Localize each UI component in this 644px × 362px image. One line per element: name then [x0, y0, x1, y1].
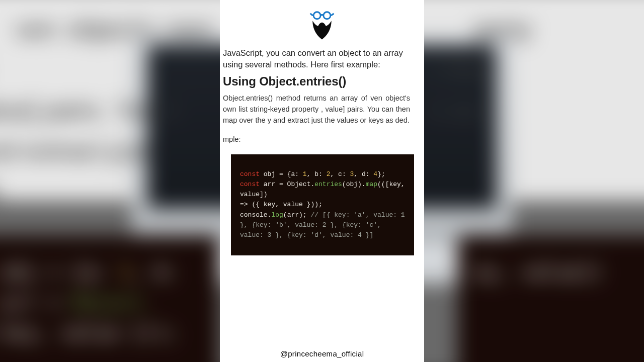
code-keyword: const [240, 180, 260, 188]
article-content: JavaScript, you can convert an object to… [205, 45, 426, 255]
bg-text-left-main: ven object's own list , value] pairs. Yo… [0, 15, 220, 206]
code-keyword: const [240, 170, 260, 178]
code-block: const obj = {a: 1, b: 2, c: 3, d: 4}; co… [231, 154, 414, 255]
beard-glasses-icon [307, 9, 337, 43]
svg-point-1 [324, 12, 331, 19]
svg-point-0 [313, 12, 320, 19]
bg-text-right: perty r the s as [431, 0, 644, 171]
stage: ven object's own list , value] pairs. Yo… [0, 0, 644, 362]
author-handle: @princecheema_official [220, 349, 424, 358]
content-card: JavaScript, you can convert an object to… [220, 0, 424, 362]
example-label: mple: [205, 126, 424, 143]
code-fn: entries [314, 180, 342, 188]
code-fn: log [271, 211, 283, 219]
bg-text-right-main: perty r the s as [431, 15, 532, 125]
bg-code-left: const obj = {a: 1, b: const arr = Object… [0, 235, 219, 362]
section-heading: Using Object.entries() [205, 70, 424, 92]
brand-logo [220, 0, 424, 45]
body-text: Object.entries() method returns an array… [205, 92, 424, 126]
bg-code-right: ey, value]) [458, 235, 644, 362]
intro-text: JavaScript, you can convert an object to… [205, 45, 424, 70]
code-fn: map [366, 180, 377, 188]
